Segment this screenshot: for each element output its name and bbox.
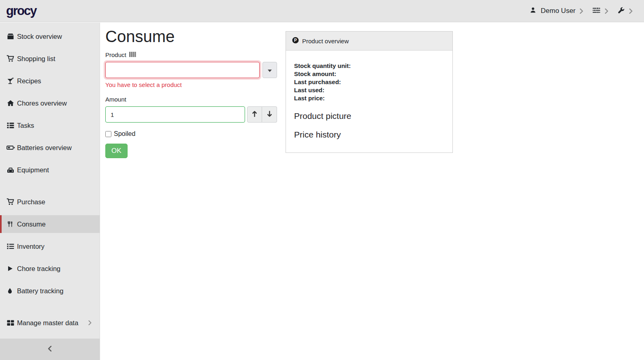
last-purchased-field: Last purchased: [294,78,446,86]
user-menu[interactable]: Demo User [529,6,583,15]
sidebar-item-label: Batteries overview [17,144,72,152]
amount-field: Amount [105,96,277,123]
amount-input-row [105,106,277,123]
user-icon [529,6,537,15]
last-used-field: Last used: [294,86,446,94]
grocy-logo[interactable]: grocy [6,4,36,18]
table-icon [6,319,17,327]
admin-menu[interactable] [617,6,633,16]
app-screen: grocy Demo User [0,0,644,360]
nav-section-gap [0,304,100,314]
arrow-up-icon [252,110,258,119]
sidebar-item-label: Inventory [17,243,45,250]
settings-menu[interactable] [592,6,608,16]
sidebar-item-label: Tasks [17,122,34,129]
tasks-icon [6,121,17,129]
svg-text:P: P [294,38,297,42]
battery-icon [6,144,17,152]
product-overview-card: P Product overview Stock quantity unit: … [286,31,453,153]
sidebar-item-label: Recipes [17,77,41,85]
product-overview-header: P Product overview [286,32,452,51]
sidebar-nav: Stock overview Shopping list Recipes Cho… [0,23,100,360]
amount-label: Amount [105,96,277,103]
nav-section-gap [0,183,100,193]
sidebar-item-chore-tracking[interactable]: Chore tracking [0,260,100,277]
sidebar-item-label: Manage master data [17,319,78,327]
cocktail-icon [6,77,17,85]
product-input[interactable] [105,62,260,78]
product-overview-body: Stock quantity unit: Stock amount: Last … [286,51,452,152]
sidebar-item-label: Stock overview [17,33,62,40]
sidebar-item-inventory[interactable]: Inventory [0,237,100,255]
sidebar-item-consume[interactable]: Consume [0,215,100,233]
sidebar-item-label: Chore tracking [17,265,60,273]
sidebar-item-shopping-list[interactable]: Shopping list [0,50,100,68]
shopping-cart-icon [6,198,17,206]
consume-form: Consume Product You have to select a pro… [105,26,277,158]
main-content: Consume Product You have to select a pro… [100,23,644,360]
wrench-icon [617,6,625,16]
sidebar-item-purchase[interactable]: Purchase [0,193,100,211]
ok-button[interactable]: OK [105,144,128,158]
top-header: grocy Demo User [0,0,644,22]
sidebar-item-chores-overview[interactable]: Chores overview [0,94,100,112]
page-title: Consume [105,28,277,46]
amount-decrement-button[interactable] [262,106,277,123]
sidebar-item-label: Equipment [17,166,49,174]
amount-increment-button[interactable] [247,106,262,123]
header-menus: Demo User [529,6,633,16]
sidebar-item-equipment[interactable]: Equipment [0,161,100,179]
product-picture-heading: Product picture [294,111,446,121]
amount-input[interactable] [105,106,245,123]
product-dropdown-button[interactable] [262,62,277,78]
sidebar-item-label: Consume [17,220,46,228]
spoiled-label: Spoiled [114,130,135,138]
sidebar-item-battery-tracking[interactable]: Battery tracking [0,282,100,300]
box-icon [6,32,17,40]
user-menu-label: Demo User [541,7,576,15]
shopping-cart-icon [6,55,17,63]
sidebar-item-stock-overview[interactable]: Stock overview [0,28,100,45]
chevron-right-icon [605,8,608,14]
droplet-icon [6,287,17,295]
last-price-field: Last price: [294,94,446,102]
product-label-row: Product [105,51,277,58]
sidebar-item-batteries-overview[interactable]: Batteries overview [0,139,100,157]
caret-down-icon [268,66,272,74]
chevron-right-icon [88,319,92,327]
stock-quantity-unit-field: Stock quantity unit: [294,62,446,70]
product-overview-title: Product overview [302,38,349,44]
home-icon [6,99,17,107]
utensils-icon [6,220,17,228]
chevron-right-icon [629,8,633,14]
spoiled-checkbox[interactable] [105,131,111,137]
product-overview-panel: P Product overview Stock quantity unit: … [286,31,453,153]
toolbox-icon [6,166,17,174]
sidebar-item-label: Battery tracking [17,287,64,295]
chevron-left-icon [48,346,52,353]
arrow-down-icon [267,110,273,119]
sidebar-item-manage-master-data[interactable]: Manage master data [0,314,100,332]
sidebar-item-label: Chores overview [17,100,67,107]
list-icon [6,242,17,250]
sidebar-item-label: Purchase [17,198,45,206]
sidebar-collapse-button[interactable] [0,339,100,360]
play-icon [6,265,17,273]
sidebar-item-tasks[interactable]: Tasks [0,116,100,134]
spoiled-field: Spoiled [105,130,277,138]
sidebar-item-recipes[interactable]: Recipes [0,72,100,90]
stock-amount-field: Stock amount: [294,70,446,78]
product-circle-icon: P [292,37,299,45]
sidebar-item-label: Shopping list [17,55,55,63]
chevron-right-icon [580,8,583,14]
sliders-icon [592,6,601,16]
price-history-heading: Price history [294,130,446,140]
product-label: Product [105,51,126,58]
product-input-row [105,62,277,78]
product-error-message: You have to select a product [105,81,277,88]
barcode-icon[interactable] [129,51,136,58]
